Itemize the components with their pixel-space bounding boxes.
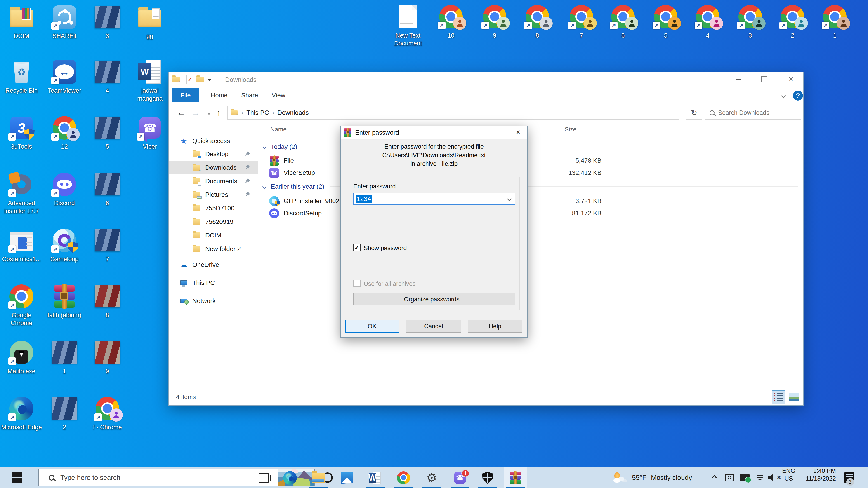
desktop-icon-microsoft-edge[interactable]: Microsoft Edge	[0, 396, 43, 431]
weather-widget[interactable]: 55°F Mostly cloudy	[613, 467, 692, 488]
desktop-icon-discord[interactable]: Discord	[43, 172, 86, 207]
close-button[interactable]	[781, 72, 801, 86]
desktop-icon-jadwal[interactable]: jadwal mangana	[128, 59, 171, 103]
tray-display-location[interactable]	[740, 467, 749, 488]
address-bar[interactable]: ↓ › This PC › Downloads	[227, 106, 680, 120]
tab-home[interactable]: Home	[205, 88, 234, 102]
dialog-close-icon[interactable]	[510, 126, 526, 139]
task-view-button[interactable]	[252, 467, 276, 488]
taskbar-settings-button[interactable]: ⚙	[420, 467, 443, 488]
forward-icon[interactable]: →	[191, 108, 200, 118]
desktop-icon-chrome-6[interactable]: 6	[601, 4, 645, 39]
action-center-button[interactable]: 3	[844, 467, 855, 488]
tray-volume[interactable]: ✕	[768, 467, 781, 488]
desktop-icon-photo-1[interactable]: 1	[43, 340, 86, 375]
ok-button[interactable]: OK	[345, 320, 399, 332]
desktop-icon-photo-8[interactable]: 8	[86, 284, 129, 319]
sidebar-item-onedrive[interactable]: ☁ OneDrive	[168, 258, 258, 271]
back-icon[interactable]: ←	[177, 108, 185, 118]
sidebar-item-quick-access[interactable]: ★ Quick access	[168, 134, 258, 148]
column-header-size[interactable]: Size	[565, 126, 577, 133]
show-password-checkbox[interactable]	[353, 244, 361, 251]
desktop-icon-chrome-2[interactable]: 2	[771, 4, 814, 39]
desktop-icon-photo-9[interactable]: 9	[86, 340, 129, 375]
use-for-all-archives-checkbox[interactable]	[353, 280, 361, 287]
desktop-icon-costamtics[interactable]: Costamtics1...	[0, 228, 43, 263]
desktop-icon-recycle-bin[interactable]: Recycle Bin	[0, 59, 43, 95]
column-header-name[interactable]: Name	[270, 126, 287, 133]
desktop-icon-chrome-12[interactable]: 12	[43, 115, 86, 151]
desktop-icon-new-text-document[interactable]: New Text Document	[386, 4, 430, 47]
up-icon[interactable]: ↑	[217, 108, 221, 118]
breadcrumb-this-pc[interactable]: This PC	[246, 109, 269, 116]
desktop-icon-chrome-5[interactable]: 5	[644, 4, 687, 39]
sidebar-item-documents[interactable]: Documents	[168, 175, 258, 188]
taskbar-security-button[interactable]	[476, 467, 499, 488]
tab-file[interactable]: File	[173, 88, 199, 102]
sidebar-item-network[interactable]: Network	[168, 294, 258, 307]
recent-locations-icon[interactable]	[204, 109, 213, 116]
details-view-button[interactable]	[772, 390, 785, 404]
taskbar-word-button[interactable]	[364, 467, 387, 488]
desktop-icon-3utools[interactable]: 3uTools	[0, 115, 43, 151]
tray-network[interactable]	[754, 467, 765, 488]
maximize-button[interactable]	[754, 72, 774, 86]
sidebar-item-755d7100[interactable]: 755D7100	[168, 202, 258, 215]
sidebar-item-downloads[interactable]: ↓ Downloads	[168, 161, 258, 174]
organize-passwords-button[interactable]: Organize passwords...	[353, 293, 515, 305]
dialog-title-bar[interactable]: Enter password	[341, 126, 527, 139]
tab-share[interactable]: Share	[235, 88, 264, 102]
desktop-icon-gg[interactable]: gg	[128, 4, 171, 40]
desktop-icon-photo-5[interactable]: 5	[86, 115, 129, 151]
tray-show-hidden-icons[interactable]	[712, 467, 716, 488]
taskbar-file-explorer-button[interactable]	[307, 467, 330, 488]
desktop-icon-shareit[interactable]: SHAREit	[43, 4, 86, 40]
desktop-icon-f-chrome[interactable]: f - Chrome	[86, 396, 129, 431]
refresh-icon[interactable]: ↻	[686, 106, 702, 120]
desktop-icon-photo-2[interactable]: 2	[43, 396, 86, 431]
sidebar-item-pictures[interactable]: Pictures	[168, 188, 258, 201]
ribbon-collapse-icon[interactable]	[779, 92, 788, 99]
help-icon[interactable]	[793, 91, 803, 101]
taskbar-winrar-button[interactable]	[504, 467, 527, 488]
desktop-icon-teamviewer[interactable]: TeamViewer	[43, 59, 86, 95]
desktop-icon-photo-3[interactable]: 3	[86, 4, 129, 40]
start-button[interactable]	[12, 473, 23, 483]
qat-new-folder-icon[interactable]	[196, 76, 204, 83]
sidebar-item-desktop[interactable]: Desktop	[168, 148, 258, 161]
tray-meet-now[interactable]	[725, 467, 734, 488]
tray-language[interactable]: ENG US	[782, 467, 796, 488]
group-collapse-icon[interactable]	[262, 185, 266, 189]
sidebar-item-75620919[interactable]: 75620919	[168, 215, 258, 228]
help-button[interactable]: Help	[468, 320, 522, 332]
tray-clock[interactable]: 1:40 PM 11/13/2022	[802, 467, 836, 488]
desktop-icon-viber[interactable]: Viber	[128, 115, 171, 151]
password-dropdown-icon[interactable]	[507, 196, 512, 201]
sidebar-item-dcim[interactable]: DCIM	[168, 229, 258, 242]
desktop-icon-chrome-9[interactable]: 9	[473, 4, 516, 39]
search-box[interactable]: Search Downloads	[705, 106, 801, 120]
title-bar[interactable]: ↓ ✓ Downloads	[168, 72, 803, 88]
taskbar-edge-button[interactable]	[278, 467, 302, 488]
desktop-icon-google-chrome[interactable]: Google Chrome	[0, 284, 43, 327]
sidebar-item-this-pc[interactable]: This PC	[168, 276, 258, 289]
desktop-icon-photo-4[interactable]: 4	[86, 59, 129, 95]
desktop-icon-chrome-3[interactable]: 3	[729, 4, 772, 39]
desktop-icon-photo-7[interactable]: 7	[86, 228, 129, 263]
desktop-icon-chrome-4[interactable]: 4	[686, 4, 729, 39]
desktop-icon-advanced-installer[interactable]: Advanced Installer 17.7	[0, 172, 43, 215]
taskbar-chrome-button[interactable]	[392, 467, 415, 488]
group-collapse-icon[interactable]	[262, 145, 266, 149]
desktop-icon-fatih-album[interactable]: fatih (album)	[43, 284, 86, 319]
tab-view[interactable]: View	[266, 88, 291, 102]
desktop-icon-photo-6[interactable]: 6	[86, 172, 129, 207]
desktop-icon-chrome-8[interactable]: 8	[516, 4, 559, 39]
sidebar-item-new-folder-2[interactable]: New folder 2	[168, 242, 258, 256]
minimize-button[interactable]	[728, 72, 748, 86]
desktop-icon-malito[interactable]: Malito.exe	[0, 340, 43, 375]
desktop-icon-dcim[interactable]: DCIM	[0, 4, 43, 40]
qat-customize-dropdown-icon[interactable]	[207, 79, 211, 81]
taskbar-viber-button[interactable]: 1	[448, 467, 472, 488]
desktop-icon-gameloop[interactable]: Gameloop	[43, 228, 86, 263]
desktop-icon-chrome-1[interactable]: 1	[813, 4, 856, 39]
